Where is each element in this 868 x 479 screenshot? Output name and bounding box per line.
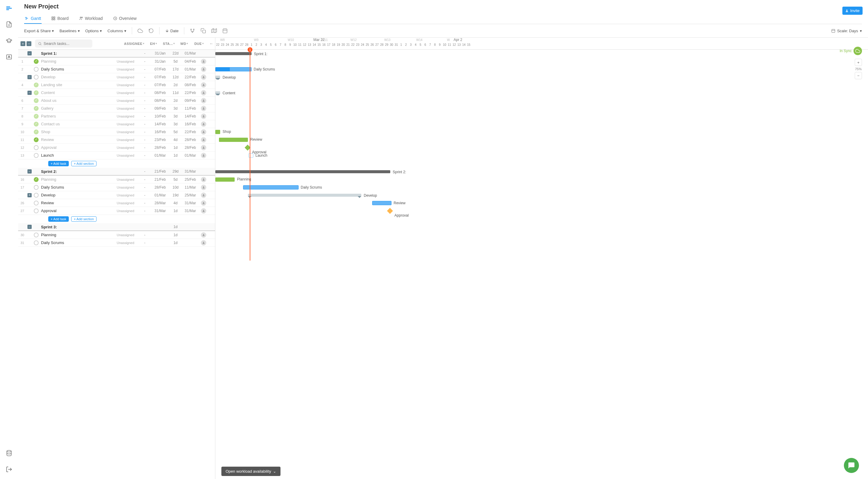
gantt-row[interactable] — [215, 97, 868, 105]
collapse-grid-button[interactable]: ← — [208, 41, 215, 46]
file-icon[interactable] — [5, 21, 13, 28]
zoom-in-button[interactable]: + — [855, 59, 862, 66]
collapse-all-button[interactable]: − — [27, 41, 31, 46]
gantt-bar[interactable]: Sprint 2: — [215, 170, 390, 173]
task-row[interactable]: 27ApprovalUnassigned-31/Mar1d31/Mar — [18, 207, 215, 215]
tab-workload[interactable]: Workload — [79, 13, 103, 24]
options-dropdown[interactable]: Options ▾ — [85, 29, 102, 33]
section-row[interactable]: −Sprint 1:-31/Jan22d01/Mar — [18, 50, 215, 58]
task-name[interactable]: Sprint 3: — [40, 225, 112, 229]
gantt-bar[interactable]: Sprint 1: — [215, 52, 251, 55]
section-row[interactable]: −Sprint 2:-21/Feb29d31/Mar — [18, 168, 215, 176]
users-icon[interactable] — [5, 53, 13, 61]
collapse-toggle[interactable]: − — [27, 169, 32, 174]
col-assignee[interactable]: ASSIGNEE▾ — [121, 42, 148, 45]
assignee-avatar[interactable] — [201, 122, 206, 127]
assignee-avatar[interactable] — [201, 74, 206, 80]
col-start[interactable]: STA...▾ — [159, 42, 178, 45]
copy-icon[interactable] — [200, 28, 206, 33]
task-row[interactable]: +DevelopUnassigned-01/Mar19d25/Mar — [18, 191, 215, 199]
task-name[interactable]: Develop — [40, 193, 112, 197]
task-row[interactable]: 10ShopUnassigned-16/Feb5d22/Feb — [18, 128, 215, 136]
task-name[interactable]: Sprint 2: — [40, 169, 112, 174]
scale-dropdown[interactable]: Scale: Days ▾ — [831, 29, 862, 33]
task-name[interactable]: Planning — [40, 59, 112, 64]
gantt-row[interactable]: Daily Scrums — [215, 183, 868, 191]
expand-all-button[interactable]: + — [21, 41, 25, 46]
task-row[interactable]: 11ReviewUnassigned-23/Feb4d28/Feb — [18, 136, 215, 144]
gantt-row[interactable]: Daily Scrums — [215, 65, 868, 73]
task-name[interactable]: Planning — [40, 233, 112, 237]
gantt-row[interactable]: Sprint 1: — [215, 50, 868, 58]
gantt-bar[interactable]: Review — [219, 138, 248, 142]
task-row[interactable]: 30PlanningUnassigned-1d — [18, 231, 215, 239]
gantt-row[interactable]: Sprint 2: — [215, 168, 868, 176]
section-row[interactable]: −Sprint 3:1d — [18, 223, 215, 231]
task-name[interactable]: About us — [40, 98, 112, 103]
task-row[interactable]: 7GalleryUnassigned-09/Feb3d11/Feb — [18, 105, 215, 112]
gantt-bar[interactable]: Review — [372, 201, 392, 205]
calendar-icon[interactable] — [222, 28, 228, 33]
undo-icon[interactable] — [148, 28, 154, 33]
task-name[interactable]: Daily Scrums — [40, 240, 112, 245]
gantt-row[interactable]: Approval — [215, 144, 868, 151]
gantt-bar[interactable]: Daily Scrums — [215, 67, 251, 71]
gantt-row[interactable] — [215, 112, 868, 120]
workload-button[interactable]: Open workload availability ⌄ — [221, 467, 280, 476]
chat-button[interactable] — [844, 458, 859, 473]
task-name[interactable]: Shop — [40, 130, 112, 134]
search-field[interactable] — [43, 41, 89, 46]
export-dropdown[interactable]: Export & Share ▾ — [24, 29, 54, 33]
gantt-bar[interactable]: Develop — [248, 194, 361, 197]
gantt-row[interactable] — [215, 105, 868, 112]
gantt-bar[interactable]: Develop — [215, 76, 220, 79]
date-button[interactable]: Date — [165, 29, 179, 33]
gantt-row[interactable] — [215, 239, 868, 247]
task-name[interactable]: Approval — [40, 208, 112, 213]
assignee-avatar[interactable] — [201, 113, 206, 119]
gantt-bar[interactable]: Shop — [215, 130, 220, 134]
assignee-avatar[interactable] — [201, 98, 206, 103]
task-row[interactable]: 4Landing siteUnassigned-07/Feb2d08/Feb — [18, 81, 215, 89]
assignee-avatar[interactable] — [201, 59, 206, 64]
task-row[interactable]: 8PartnersUnassigned-10/Feb3d14/Feb — [18, 112, 215, 120]
branch-icon[interactable] — [190, 28, 195, 33]
cloud-icon[interactable] — [137, 28, 143, 33]
task-name[interactable]: Contact us — [40, 122, 112, 126]
zoom-out-button[interactable]: − — [855, 72, 862, 79]
invite-button[interactable]: Invite — [842, 7, 863, 15]
logout-icon[interactable] — [5, 466, 13, 473]
assignee-avatar[interactable] — [201, 193, 206, 198]
gantt-row[interactable]: Develop — [215, 191, 868, 199]
assignee-avatar[interactable] — [201, 106, 206, 111]
gantt-bar[interactable]: Planning — [215, 177, 235, 182]
task-name[interactable]: Partners — [40, 114, 112, 118]
tab-overview[interactable]: Overview — [113, 13, 137, 24]
gantt-row[interactable] — [215, 81, 868, 89]
assignee-avatar[interactable] — [201, 153, 206, 158]
task-row[interactable]: 9Contact usUnassigned-14/Feb3d16/Feb — [18, 120, 215, 128]
gantt-row[interactable] — [215, 58, 868, 65]
gantt-bar[interactable]: Launch — [249, 153, 253, 158]
task-name[interactable]: Content — [40, 90, 112, 95]
sync-icon[interactable] — [854, 47, 862, 55]
assignee-avatar[interactable] — [201, 90, 206, 96]
task-row[interactable]: 17Daily ScrumsUnassigned-28/Feb10d11/Mar — [18, 183, 215, 191]
add-section-button[interactable]: + Add section — [71, 216, 96, 222]
database-icon[interactable] — [5, 449, 13, 457]
columns-dropdown[interactable]: Columns ▾ — [107, 29, 126, 33]
task-name[interactable]: Daily Scrums — [40, 185, 112, 190]
task-row[interactable]: 26ReviewUnassigned-28/Mar4d31/Mar — [18, 199, 215, 207]
baselines-dropdown[interactable]: Baselines ▾ — [59, 29, 80, 33]
collapse-toggle[interactable]: − — [27, 225, 32, 229]
assignee-avatar[interactable] — [201, 137, 206, 142]
task-row[interactable]: 13LaunchUnassigned-01/Mar1d01/Mar — [18, 151, 215, 159]
gantt-row[interactable]: Review — [215, 136, 868, 144]
col-due[interactable]: DUE▾ — [190, 42, 208, 45]
task-name[interactable]: Develop — [40, 75, 112, 79]
task-name[interactable]: Planning — [40, 177, 112, 182]
col-eh[interactable]: EH▾ — [148, 42, 159, 45]
assignee-avatar[interactable] — [201, 177, 206, 182]
task-name[interactable]: Landing site — [40, 82, 112, 87]
assignee-avatar[interactable] — [201, 129, 206, 135]
